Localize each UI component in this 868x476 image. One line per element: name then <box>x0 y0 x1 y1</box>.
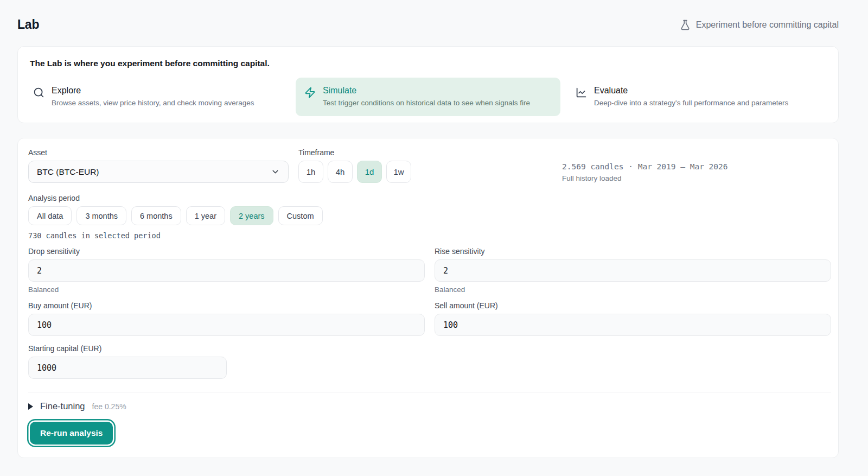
drop-sensitivity-group: Drop sensitivity Balanced <box>28 247 425 294</box>
sell-amount-group: Sell amount (EUR) <box>435 301 831 336</box>
mode-evaluate-description: Deep-dive into a strategy's full perform… <box>594 99 788 107</box>
history-summary: 2.569 candles · Mar 2019 — Mar 2026 <box>562 162 831 171</box>
chevron-down-icon <box>271 167 280 176</box>
page-header: Lab Experiment before committing capital <box>0 0 868 46</box>
asset-select[interactable]: BTC (BTC-EUR) <box>28 161 289 183</box>
flask-icon <box>680 20 691 30</box>
drop-sensitivity-label: Drop sensitivity <box>28 247 425 256</box>
mode-evaluate-title: Evaluate <box>594 86 788 96</box>
sensitivity-row: Drop sensitivity Balanced Rise sensitivi… <box>28 247 831 294</box>
starting-capital-label: Starting capital (EUR) <box>28 344 831 353</box>
sell-amount-input[interactable] <box>435 314 831 336</box>
intro-text: The Lab is where you experiment before c… <box>24 59 832 68</box>
analysis-period-buttons: All data 3 months 6 months 1 year 2 year… <box>28 206 831 225</box>
fine-tuning-label: Fine-tuning <box>40 401 85 411</box>
simulation-form-card: Asset BTC (BTC-EUR) Timeframe 1h 4h 1d 1… <box>17 138 839 458</box>
buy-amount-input[interactable] <box>28 314 425 336</box>
timeframe-button-1w[interactable]: 1w <box>386 161 411 183</box>
header-tagline: Experiment before committing capital <box>680 20 839 30</box>
mode-evaluate[interactable]: Evaluate Deep-dive into a strategy's ful… <box>567 78 832 116</box>
mode-explore-description: Browse assets, view price history, and c… <box>52 99 254 107</box>
asset-timeframe-row: Asset BTC (BTC-EUR) Timeframe 1h 4h 1d 1… <box>28 148 831 183</box>
timeframe-label: Timeframe <box>298 148 411 157</box>
line-chart-icon <box>576 87 587 98</box>
candles-in-period-note: 730 candles in selected period <box>28 231 831 240</box>
rise-sensitivity-hint: Balanced <box>435 285 831 294</box>
rise-sensitivity-input[interactable] <box>435 259 831 282</box>
amounts-row: Buy amount (EUR) Sell amount (EUR) <box>28 301 831 336</box>
mode-options: Explore Browse assets, view price histor… <box>24 78 832 116</box>
divider <box>28 392 831 392</box>
timeframe-button-4h[interactable]: 4h <box>328 161 353 183</box>
tagline-text: Experiment before committing capital <box>696 20 839 30</box>
page-title: Lab <box>17 17 39 32</box>
period-button-all-data[interactable]: All data <box>28 206 72 225</box>
rise-sensitivity-group: Rise sensitivity Balanced <box>435 247 831 294</box>
asset-select-value: BTC (BTC-EUR) <box>37 167 99 177</box>
mode-evaluate-content: Evaluate Deep-dive into a strategy's ful… <box>594 86 788 107</box>
search-icon <box>33 87 44 98</box>
mode-explore-title: Explore <box>52 86 254 96</box>
period-button-1-year[interactable]: 1 year <box>186 206 225 225</box>
timeframe-buttons: 1h 4h 1d 1w <box>298 161 411 183</box>
starting-capital-group: Starting capital (EUR) <box>28 344 831 379</box>
buy-amount-label: Buy amount (EUR) <box>28 301 425 310</box>
timeframe-button-1d[interactable]: 1d <box>357 161 382 183</box>
period-button-2-years[interactable]: 2 years <box>230 206 273 225</box>
mode-simulate-content: Simulate Test trigger conditions on hist… <box>323 86 530 107</box>
sell-amount-label: Sell amount (EUR) <box>435 301 831 310</box>
starting-capital-input[interactable] <box>28 357 227 379</box>
caret-right-icon <box>28 403 33 410</box>
timeframe-button-1h[interactable]: 1h <box>298 161 323 183</box>
rerun-analysis-button[interactable]: Re-run analysis <box>30 422 113 445</box>
history-status: Full history loaded <box>562 174 831 182</box>
mode-explore-content: Explore Browse assets, view price histor… <box>52 86 254 107</box>
analysis-period-section: Analysis period All data 3 months 6 mont… <box>28 194 831 240</box>
mode-explore[interactable]: Explore Browse assets, view price histor… <box>24 78 289 116</box>
drop-sensitivity-hint: Balanced <box>28 285 425 294</box>
timeframe-group: Timeframe 1h 4h 1d 1w <box>298 148 411 183</box>
period-button-custom[interactable]: Custom <box>278 206 323 225</box>
mode-simulate-title: Simulate <box>323 86 530 96</box>
rise-sensitivity-label: Rise sensitivity <box>435 247 831 256</box>
period-button-6-months[interactable]: 6 months <box>131 206 181 225</box>
history-meta: 2.569 candles · Mar 2019 — Mar 2026 Full… <box>562 148 831 182</box>
mode-simulate[interactable]: Simulate Test trigger conditions on hist… <box>296 78 560 116</box>
analysis-period-label: Analysis period <box>28 194 831 202</box>
fine-tuning-toggle[interactable]: Fine-tuning fee 0.25% <box>28 401 831 411</box>
asset-label: Asset <box>28 148 289 157</box>
zap-icon <box>304 87 316 98</box>
buy-amount-group: Buy amount (EUR) <box>28 301 425 336</box>
mode-simulate-description: Test trigger conditions on historical da… <box>323 99 530 107</box>
mode-picker-card: The Lab is where you experiment before c… <box>17 46 839 123</box>
asset-group: Asset BTC (BTC-EUR) <box>28 148 289 183</box>
period-button-3-months[interactable]: 3 months <box>76 206 126 225</box>
drop-sensitivity-input[interactable] <box>28 259 425 282</box>
fine-tuning-fee-note: fee 0.25% <box>92 402 126 411</box>
